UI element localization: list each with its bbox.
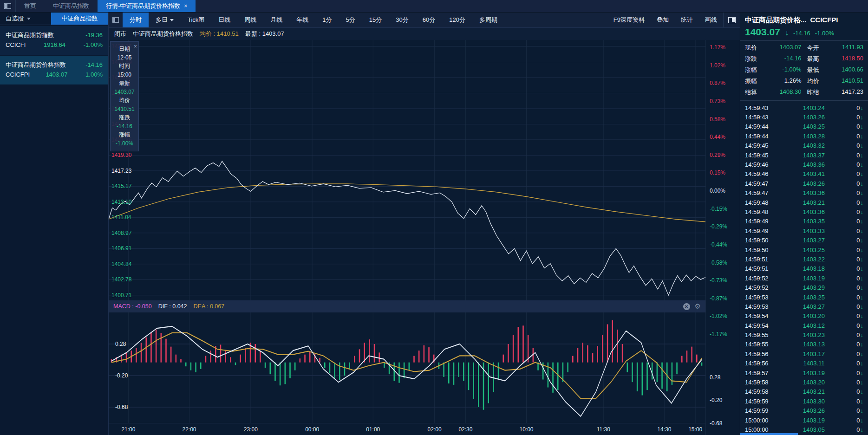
tick-price: 1403.23 — [780, 331, 848, 338]
tick-time: 14:59:59 — [745, 398, 780, 405]
tick-price: 1403.28 — [780, 133, 848, 140]
indicator-close-icon[interactable]: ✕ — [683, 303, 690, 310]
price-axis-label: 1411.04 — [111, 214, 131, 221]
macd-axis-label: 0.28 — [710, 374, 720, 381]
tick-row: 14:59:441403.250↓ — [745, 122, 863, 131]
down-arrow-icon: ↓ — [861, 265, 864, 272]
horizontal-scrollbar[interactable] — [740, 433, 798, 435]
toolbar-button-5分[interactable]: 5分 — [339, 13, 362, 27]
toolbar-button-多周期[interactable]: 多周期 — [472, 13, 504, 27]
tab-0[interactable]: 首页 — [16, 0, 45, 12]
intraday-price-chart[interactable]: 1433.751431.691429.621427.561425.491423.… — [109, 40, 705, 300]
sidebar-tab-csi-commodity[interactable]: 中证商品指数 — [51, 13, 108, 25]
toolbar-button-周线[interactable]: 周线 — [237, 13, 263, 27]
tick-row: 14:59:471403.360↓ — [745, 188, 863, 198]
price-axis-label: 1417.23 — [111, 168, 131, 174]
instrument-name: 中证商品期货价格指数 — [133, 30, 193, 38]
tick-row: 14:59:581403.200↓ — [745, 377, 863, 387]
tick-volume: 0↓ — [848, 426, 863, 433]
price-axis-label: 1402.78 — [111, 276, 131, 283]
tick-row: 14:59:501403.250↓ — [745, 245, 863, 254]
stat-label: 昨结 — [807, 88, 827, 97]
tick-time: 14:59:48 — [745, 199, 780, 206]
tab-2[interactable]: 行情-中证商品期货价格指数× — [98, 0, 196, 12]
tick-time: 14:59:55 — [745, 331, 780, 338]
tick-time: 14:59:58 — [745, 388, 780, 395]
macd-axis-label: -0.20 — [710, 397, 722, 403]
time-axis-label: 00:00 — [305, 426, 319, 433]
toolbar-button-分时[interactable]: 分时 — [123, 13, 149, 27]
toolbar-button-F9深度资料[interactable]: F9深度资料 — [607, 13, 651, 27]
tick-price: 1403.13 — [780, 341, 848, 348]
tick-trade-list[interactable]: 14:59:431403.240↓14:59:431403.260↓14:59:… — [740, 101, 868, 435]
tooltip-label: 涨幅 — [111, 130, 138, 139]
down-arrow-icon: ↓ — [861, 284, 864, 291]
tick-price: 1403.27 — [780, 237, 848, 244]
tick-price: 1403.17 — [780, 351, 848, 357]
tick-volume: 0↓ — [848, 170, 863, 177]
down-arrow-icon: ↓ — [861, 133, 864, 140]
toolbar-button-日线[interactable]: 日线 — [211, 13, 237, 27]
percent-axis-label: -1.02% — [710, 313, 727, 319]
tick-row: 14:59:431403.240↓ — [745, 103, 863, 112]
watchlist-group-dropdown[interactable]: 自选股 — [0, 13, 51, 25]
toolbar-button-1分[interactable]: 1分 — [315, 13, 339, 27]
stat-label: 最高 — [807, 55, 827, 63]
toolbar-button-Tick图[interactable]: Tick图 — [181, 13, 211, 27]
down-arrow-icon: ↓ — [861, 104, 864, 111]
tick-time: 14:59:54 — [745, 312, 780, 319]
tick-time: 14:59:56 — [745, 351, 780, 357]
price-axis-label: 1406.91 — [111, 245, 131, 252]
toolbar-button-120分[interactable]: 120分 — [442, 13, 472, 27]
instrument-change: -19.36 — [85, 30, 103, 40]
tick-price: 1403.41 — [780, 170, 848, 177]
tick-volume: 0↓ — [848, 379, 863, 386]
toolbar-button-月线[interactable]: 月线 — [263, 13, 289, 27]
tick-time: 14:59:54 — [745, 322, 780, 329]
toolbar-button-叠加[interactable]: 叠加 — [651, 13, 675, 27]
toolbar-button-15分[interactable]: 15分 — [362, 13, 389, 27]
tick-price: 1403.20 — [780, 379, 848, 386]
panel-collapse-icon[interactable] — [109, 13, 123, 27]
tick-row: 14:59:541403.200↓ — [745, 312, 863, 321]
down-arrow-icon: ↓ — [861, 303, 864, 310]
percent-axis-label: 0.58% — [710, 116, 725, 123]
toolbar-button-30分[interactable]: 30分 — [389, 13, 415, 27]
tick-volume: 0↓ — [848, 189, 863, 196]
tick-time: 15:00:00 — [745, 426, 780, 433]
toolbar-button-年线[interactable]: 年线 — [289, 13, 315, 27]
tick-time: 14:59:43 — [745, 114, 780, 121]
quote-panel: 中证商品期货价格... CCICFPI 1403.07 ↓ -14.16 -1.… — [740, 13, 868, 435]
down-arrow-icon: ↓ — [861, 199, 864, 206]
watchlist-item-CCICFPI[interactable]: 中证商品期货价格指数-14.16CCICFPI1403.07-1.00% — [0, 56, 108, 84]
down-arrow-icon: ↓ — [861, 256, 864, 263]
market-status: 闭市 — [114, 30, 126, 38]
macd-indicator-chart[interactable]: 0.28-0.20-0.68 — [109, 312, 705, 423]
close-icon[interactable]: × — [134, 42, 137, 51]
tick-row: 14:59:551403.130↓ — [745, 340, 863, 349]
stat-label: 涨跌 — [745, 55, 764, 63]
toolbar-button-多日[interactable]: 多日 — [149, 13, 181, 27]
tick-row: 14:59:491403.330↓ — [745, 226, 863, 235]
down-arrow-icon: ↓ — [861, 341, 864, 348]
indicator-settings-icon[interactable]: ⚙ — [695, 302, 701, 311]
watchlist-item-CCICFI[interactable]: 中证商品期货指数-19.36CCICFI1916.64-1.00% — [0, 26, 108, 55]
tab-label: 行情-中证商品期货价格指数 — [106, 2, 180, 10]
right-panel-toggle-icon[interactable] — [723, 13, 740, 27]
tab-close-icon[interactable]: × — [184, 3, 187, 9]
tick-time: 14:59:53 — [745, 294, 780, 301]
macd-axis-label: 0.28 — [115, 341, 126, 347]
toolbar-button-60分[interactable]: 60分 — [416, 13, 442, 27]
tick-time: 14:59:51 — [745, 256, 780, 263]
tab-1[interactable]: 中证商品指数 — [45, 0, 98, 12]
toolbar-button-统计[interactable]: 统计 — [675, 13, 699, 27]
percent-axis-label: 0.87% — [710, 80, 725, 86]
tick-row: 14:59:461403.360↓ — [745, 160, 863, 169]
tick-price: 1403.29 — [780, 284, 848, 291]
tick-price: 1403.24 — [780, 104, 848, 111]
top-tab-bar: 首页中证商品指数行情-中证商品期货价格指数× — [0, 0, 868, 13]
stat-value: -14.16 — [770, 55, 802, 63]
sidebar-collapse-icon[interactable] — [0, 0, 16, 12]
tick-row: 14:59:531403.270↓ — [745, 302, 863, 311]
toolbar-button-画线[interactable]: 画线 — [699, 13, 723, 27]
